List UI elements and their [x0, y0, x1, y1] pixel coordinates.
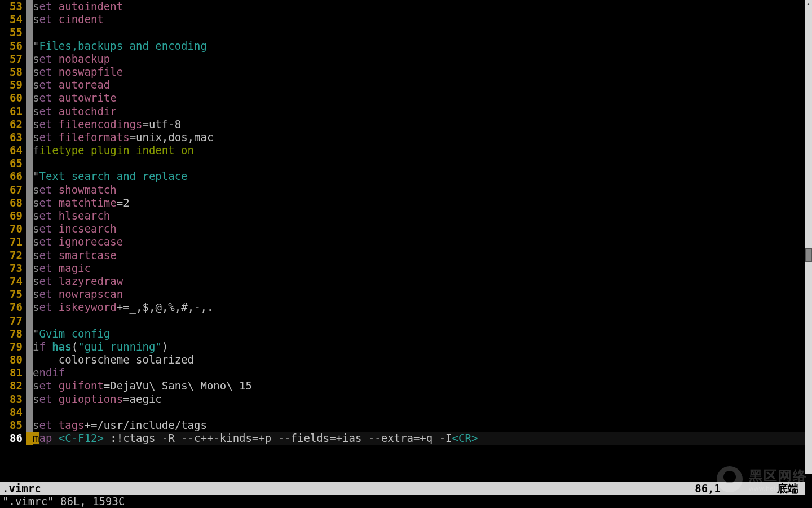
code-line[interactable]: 68set matchtime=2 — [0, 196, 805, 209]
fold-gutter — [26, 301, 33, 314]
code-content: set autowrite — [33, 91, 117, 104]
code-line[interactable]: 61set autochdir — [0, 105, 805, 118]
code-content: set guifont=DejaVu\ Sans\ Mono\ 15 — [33, 379, 252, 392]
vertical-scrollbar[interactable]: ▴ — [805, 0, 812, 474]
code-line[interactable]: 74set lazyredraw — [0, 275, 805, 288]
code-content: filetype plugin indent on — [33, 144, 194, 157]
code-content: set autochdir — [33, 105, 117, 118]
scroll-thumb[interactable] — [805, 248, 812, 262]
code-line-current[interactable]: 86map <C-F12> :!ctags -R --c++-kinds=+p … — [0, 432, 805, 445]
code-content: set fileencodings=utf-8 — [33, 118, 181, 131]
status-bar: .vimrc 86,1 底端 — [0, 482, 805, 495]
code-line[interactable]: 76set iskeyword+=_,$,@,%,#,-,. — [0, 301, 805, 314]
code-line[interactable]: 62set fileencodings=utf-8 — [0, 118, 805, 131]
fold-gutter — [26, 40, 33, 52]
code-content: endif — [33, 366, 65, 379]
fold-gutter — [26, 314, 33, 327]
code-line[interactable]: 73set magic — [0, 262, 805, 275]
fold-gutter — [26, 131, 33, 144]
code-content: set autoread — [33, 78, 110, 91]
line-number: 76 — [0, 301, 26, 314]
line-number: 75 — [0, 288, 26, 301]
code-line[interactable]: 84 — [0, 406, 805, 419]
line-number: 80 — [0, 353, 26, 366]
line-number: 68 — [0, 196, 26, 209]
fold-gutter — [26, 288, 33, 301]
code-line[interactable]: 82set guifont=DejaVu\ Sans\ Mono\ 15 — [0, 379, 805, 392]
line-number: 73 — [0, 262, 26, 275]
message-line: ".vimrc" 86L, 1593C — [0, 495, 805, 508]
line-number: 85 — [0, 419, 26, 432]
line-number: 61 — [0, 105, 26, 118]
code-line[interactable]: 75set nowrapscan — [0, 288, 805, 301]
code-area[interactable]: 53set autoindent54set cindent5556"Files,… — [0, 0, 805, 482]
status-position: 86,1 — [695, 482, 721, 495]
code-line[interactable]: 63set fileformats=unix,dos,mac — [0, 131, 805, 144]
fold-gutter — [26, 26, 33, 39]
code-line[interactable]: 54set cindent — [0, 13, 805, 26]
code-content: colorscheme solarized — [33, 353, 194, 366]
code-line[interactable]: 64filetype plugin indent on — [0, 144, 805, 157]
fold-gutter — [26, 144, 33, 157]
code-line[interactable]: 85set tags+=/usr/include/tags — [0, 419, 805, 432]
code-line[interactable]: 67set showmatch — [0, 183, 805, 196]
fold-gutter — [26, 353, 33, 366]
line-number: 64 — [0, 144, 26, 157]
code-line[interactable]: 69set hlsearch — [0, 209, 805, 222]
line-number: 66 — [0, 170, 26, 183]
code-line[interactable]: 55 — [0, 26, 805, 39]
fold-gutter — [26, 78, 33, 91]
fold-gutter — [26, 0, 33, 13]
code-line[interactable]: 53set autoindent — [0, 0, 805, 13]
fold-gutter — [26, 209, 33, 222]
line-number: 70 — [0, 222, 26, 235]
code-line[interactable]: 71set ignorecase — [0, 235, 805, 248]
line-number: 59 — [0, 78, 26, 91]
code-content: set iskeyword+=_,$,@,%,#,-,. — [33, 301, 214, 314]
code-content: set showmatch — [33, 183, 117, 196]
code-line[interactable]: 70set incsearch — [0, 222, 805, 235]
status-filename: .vimrc — [2, 482, 695, 495]
code-line[interactable]: 58set noswapfile — [0, 65, 805, 78]
fold-gutter — [26, 183, 33, 196]
code-line[interactable]: 57set nobackup — [0, 52, 805, 65]
code-content: set nobackup — [33, 52, 110, 65]
code-line[interactable]: 72set smartcase — [0, 249, 805, 262]
fold-gutter — [26, 105, 33, 118]
code-line[interactable]: 78"Gvim config — [0, 327, 805, 340]
code-line[interactable]: 66"Text search and replace — [0, 170, 805, 183]
code-content: "Gvim config — [33, 327, 110, 340]
fold-gutter — [26, 170, 33, 183]
code-content: set fileformats=unix,dos,mac — [33, 131, 213, 144]
cursor-gutter — [26, 432, 33, 445]
code-line[interactable]: 81endif — [0, 366, 805, 379]
code-content: set cindent — [33, 13, 104, 26]
code-line[interactable]: 79if has("gui_running") — [0, 340, 805, 353]
fold-gutter — [26, 419, 33, 432]
line-number: 77 — [0, 314, 26, 327]
line-number: 78 — [0, 327, 26, 340]
code-line[interactable]: 77 — [0, 314, 805, 327]
code-content: set tags+=/usr/include/tags — [33, 419, 207, 432]
fold-gutter — [26, 327, 33, 340]
fold-gutter — [26, 91, 33, 104]
code-line[interactable]: 80 colorscheme solarized — [0, 353, 805, 366]
code-line[interactable]: 83set guioptions=aegic — [0, 393, 805, 406]
code-line[interactable]: 65 — [0, 157, 805, 170]
line-number: 84 — [0, 406, 26, 419]
line-number: 63 — [0, 131, 26, 144]
line-number: 81 — [0, 366, 26, 379]
fold-gutter — [26, 196, 33, 209]
code-content: set ignorecase — [33, 235, 123, 248]
fold-gutter — [26, 249, 33, 262]
fold-gutter — [26, 235, 33, 248]
code-line[interactable]: 60set autowrite — [0, 91, 805, 104]
line-number: 74 — [0, 275, 26, 288]
line-number: 83 — [0, 393, 26, 406]
scroll-up-arrow[interactable]: ▴ — [805, 0, 812, 7]
line-number: 79 — [0, 340, 26, 353]
code-line[interactable]: 59set autoread — [0, 78, 805, 91]
code-content: set lazyredraw — [33, 275, 123, 288]
fold-gutter — [26, 379, 33, 392]
code-line[interactable]: 56"Files,backups and encoding — [0, 40, 805, 52]
